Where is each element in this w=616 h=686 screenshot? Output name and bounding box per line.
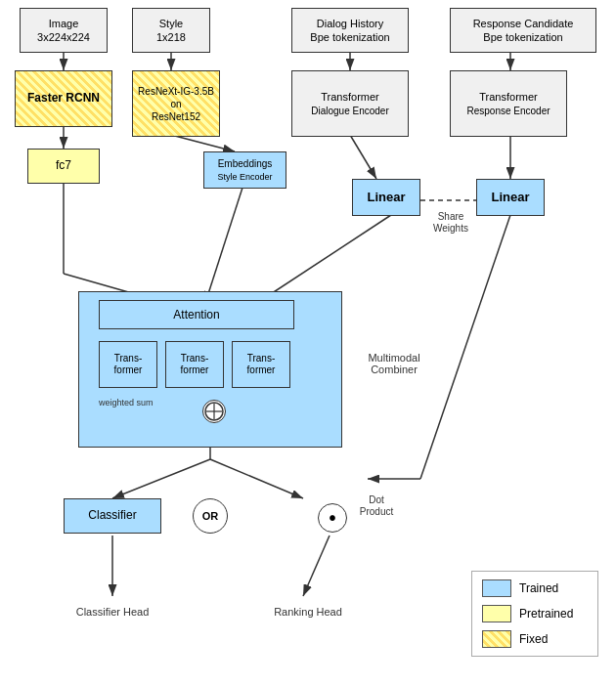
legend-fixed: Fixed: [482, 630, 588, 648]
response-candidate-label: Response CandidateBpe tokenization: [473, 17, 574, 45]
classifier-label: Classifier: [88, 508, 136, 524]
fc7-box: fc7: [27, 149, 100, 184]
image-label: Image 3x224x224: [37, 17, 90, 45]
dot-icon: •: [329, 508, 335, 528]
transformer-small2: Trans-former: [165, 341, 224, 388]
weighted-sum-label: weighted sum: [99, 398, 154, 407]
linear2-box: Linear: [476, 179, 545, 216]
circle-cross-icon: [204, 402, 224, 421]
transformer-small3: Trans-former: [232, 341, 290, 388]
svg-line-5: [171, 135, 235, 151]
svg-line-25: [210, 459, 303, 498]
svg-line-13: [205, 188, 242, 303]
dot-product-circle: •: [318, 503, 347, 533]
classifier-head-label: Classifier Head: [64, 606, 161, 618]
or-circle: OR: [193, 498, 228, 534]
weighted-sum-circle: [202, 400, 226, 423]
or-label: OR: [202, 510, 219, 522]
fc7-label: fc7: [56, 158, 71, 174]
multimodal-label: Multimodal Combiner: [350, 352, 438, 375]
transformer-small3-label: Trans-former: [247, 353, 276, 376]
diagram: Image 3x224x224 Style 1x218 Dialog Histo…: [0, 0, 616, 686]
classifier-box: Classifier: [64, 498, 161, 534]
faster-rcnn-box: Faster RCNN: [15, 70, 112, 127]
legend: Trained Pretrained Fixed: [471, 571, 598, 657]
fixed-label: Fixed: [519, 632, 548, 646]
multimodal-combiner-box: Attention Trans-former Trans-former Tran…: [78, 291, 342, 448]
legend-pretrained: Pretrained: [482, 605, 588, 622]
transformer-small1-label: Trans-former: [114, 353, 143, 376]
transformer-response-label: TransformerResponse Encoder: [466, 90, 550, 118]
faster-rcnn-label: Faster RCNN: [27, 91, 100, 107]
attention-box: Attention: [99, 300, 294, 329]
legend-trained: Trained: [482, 579, 588, 597]
image-box: Image 3x224x224: [20, 8, 108, 53]
dot-product-label: DotProduct: [347, 493, 406, 517]
dialog-history-label: Dialog HistoryBpe tokenization: [310, 17, 389, 45]
resnet-label: ResNeXt-IG-3.5B on ResNet152: [138, 85, 214, 123]
linear1-box: Linear: [352, 179, 420, 216]
pretrained-label: Pretrained: [519, 607, 573, 621]
share-weights-label: Share Weights: [422, 210, 479, 234]
svg-line-27: [303, 536, 330, 596]
transformer-dialogue-box: TransformerDialogue Encoder: [291, 70, 409, 137]
linear1-label: Linear: [367, 190, 405, 206]
svg-line-15: [420, 215, 510, 479]
transformer-dialogue-label: TransformerDialogue Encoder: [311, 90, 389, 118]
linear2-label: Linear: [491, 190, 529, 206]
transformer-response-box: TransformerResponse Encoder: [450, 70, 567, 137]
transformer-small2-label: Trans-former: [181, 353, 209, 376]
embeddings-label: EmbeddingsStyle Encoder: [217, 157, 272, 184]
svg-line-7: [350, 135, 376, 179]
svg-line-24: [112, 459, 210, 498]
style-label: Style 1x218: [156, 17, 186, 45]
trained-label: Trained: [519, 581, 558, 595]
ranking-head-label: Ranking Head: [259, 606, 357, 618]
style-box: Style 1x218: [132, 8, 210, 53]
trained-swatch: [482, 579, 511, 597]
fixed-swatch: [482, 630, 511, 648]
transformer-small1: Trans-former: [99, 341, 157, 388]
embeddings-box: EmbeddingsStyle Encoder: [203, 151, 286, 189]
attention-label: Attention: [173, 308, 219, 322]
pretrained-swatch: [482, 605, 511, 622]
response-candidate-box: Response CandidateBpe tokenization: [450, 8, 596, 53]
resnet-box: ResNeXt-IG-3.5B on ResNet152: [132, 70, 220, 137]
dialog-history-box: Dialog HistoryBpe tokenization: [291, 8, 409, 53]
